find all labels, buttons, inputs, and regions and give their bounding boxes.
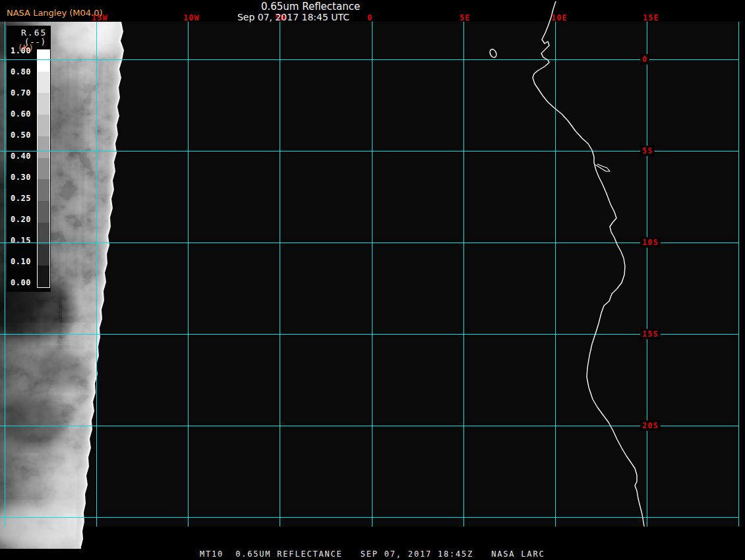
colorbar-cell — [38, 244, 49, 266]
lon-label-15e: 15E — [643, 13, 659, 22]
lon-label-5e: 5E — [460, 13, 470, 22]
colorbar-cell — [38, 136, 49, 158]
lon-label-10e: 10E — [551, 13, 568, 22]
colorbar-tick: 0.70 — [11, 88, 31, 98]
lat-label-5s: 5S — [640, 146, 655, 156]
colorbar-cell — [38, 223, 49, 244]
satellite-imagery — [0, 0, 745, 560]
colorbar-tick: 0.15 — [11, 236, 31, 245]
lon-label-10w: 10W — [183, 13, 200, 22]
colorbar-tick: 0.30 — [11, 173, 31, 182]
colorbar-title: R.65 — [21, 28, 47, 38]
colorbar-panel: R.65 (K) (--) 1.00 0.80 0.70 0.60 0.50 0… — [7, 26, 51, 292]
colorbar-tick: 0.60 — [11, 109, 31, 119]
colorbar-tick: 0.50 — [11, 130, 31, 140]
colorbar-tick: 0.25 — [11, 194, 31, 203]
colorbar-swatch — [37, 49, 50, 288]
colorbar-tick: 0.40 — [11, 152, 31, 161]
colorbar-cell — [38, 179, 49, 201]
lat-label-0: 0 — [640, 54, 649, 65]
lon-label-0: 0 — [367, 13, 372, 22]
colorbar-cell — [38, 115, 49, 136]
colorbar-cell — [38, 201, 49, 223]
lat-label-15s: 15S — [640, 329, 661, 339]
colorbar-cell — [38, 266, 49, 287]
colorbar-units: (--) — [24, 38, 46, 47]
colorbar-cell — [38, 72, 49, 94]
lat-label-20s: 20S — [640, 420, 661, 431]
colorbar-tick: 0.20 — [11, 215, 31, 224]
image-caption: MT10 0.65UM REFLECTANCE SEP 07, 2017 18:… — [200, 549, 545, 559]
colorbar-tick: 0.00 — [11, 278, 31, 287]
caption-bar: MT10 0.65UM REFLECTANCE SEP 07, 2017 18:… — [0, 549, 745, 560]
satellite-viewer: R.65 (K) (--) 1.00 0.80 0.70 0.60 0.50 0… — [0, 0, 745, 560]
colorbar-cell — [38, 93, 49, 115]
lat-label-10s: 10S — [640, 237, 661, 248]
page-title: 0.65um Reflectance — [261, 1, 360, 13]
timestamp-title: Sep 07, 2017 18:45 UTC — [237, 12, 349, 22]
colorbar-cell — [38, 158, 49, 180]
nasa-credit: NASA Langley (M04.0) — [7, 8, 103, 18]
colorbar-cell — [38, 50, 49, 72]
colorbar-tick: 0.80 — [11, 67, 31, 76]
colorbar-tick: 0.10 — [11, 257, 31, 266]
